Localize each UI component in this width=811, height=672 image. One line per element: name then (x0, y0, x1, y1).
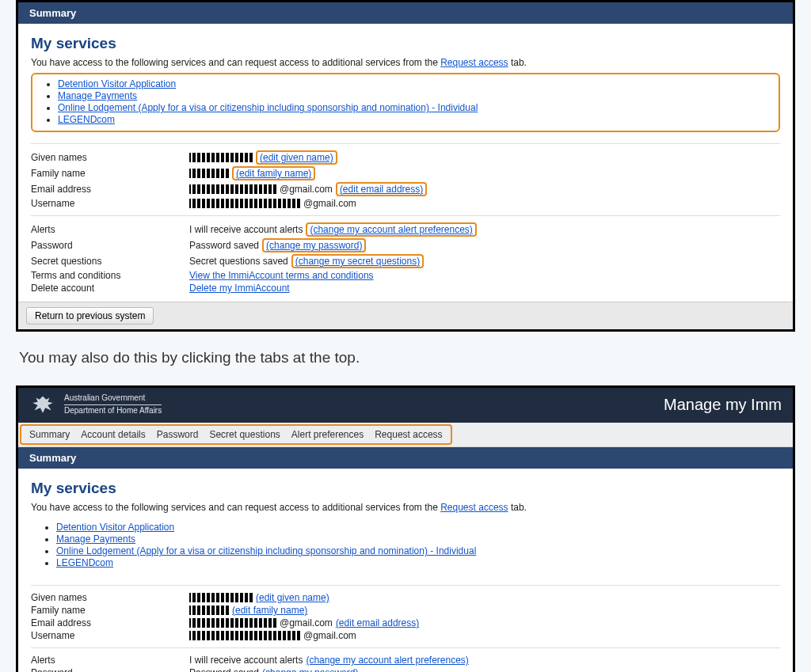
password-label: Password (31, 240, 189, 251)
given-names-label-2: Given names (31, 592, 189, 603)
family-name-redacted-2 (189, 606, 229, 615)
password-label-2: Password (31, 667, 189, 672)
family-name-label: Family name (31, 168, 189, 179)
service-link-legendcom[interactable]: LEGENDcom (58, 114, 115, 125)
username-label-2: Username (31, 630, 189, 641)
alerts-link-2[interactable]: (change my account alert preferences) (306, 655, 468, 666)
tab-request-access[interactable]: Request access (375, 429, 442, 440)
tab-alert-preferences[interactable]: Alert preferences (291, 429, 364, 440)
services-highlight-box: Detention Visitor Application Manage Pay… (31, 73, 780, 132)
email-redacted (189, 184, 276, 194)
summary-header: Summary (18, 2, 793, 24)
my-services-heading-2: My services (31, 480, 780, 497)
password-link-2[interactable]: (change my password) (262, 667, 358, 672)
edit-email-highlight: (edit email address) (336, 182, 427, 196)
username-suffix-2: @gmail.com (303, 630, 356, 641)
email-redacted-2 (189, 618, 276, 628)
request-access-link-2[interactable]: Request access (440, 502, 508, 513)
alerts-highlight: (change my account alert preferences) (306, 222, 476, 237)
service-link-payments[interactable]: Manage Payments (58, 90, 137, 101)
edit-email-link[interactable]: (edit email address) (340, 184, 423, 195)
given-names-redacted (189, 153, 253, 162)
service-link-detention[interactable]: Detention Visitor Application (58, 78, 176, 89)
alerts-label: Alerts (31, 224, 189, 235)
edit-family-name-link-2[interactable]: (edit family name) (232, 605, 307, 616)
tab-secret-questions[interactable]: Secret questions (209, 429, 280, 440)
terms-link[interactable]: View the ImmiAccount terms and condition… (189, 270, 374, 281)
service-link-detention-2[interactable]: Detention Visitor Application (56, 522, 174, 533)
edit-given-name-link[interactable]: (edit given name) (260, 152, 333, 163)
intro-prefix: You have access to the following service… (31, 57, 440, 68)
delete-link[interactable]: Delete my ImmiAccount (189, 283, 290, 294)
service-link-legendcom-2[interactable]: LEGENDcom (56, 557, 113, 568)
my-services-heading: My services (31, 35, 780, 52)
delete-label: Delete account (31, 283, 189, 294)
summary-header-2: Summary (18, 447, 793, 469)
tabs-highlight: Summary Account details Password Secret … (20, 424, 452, 445)
password-text: Password saved (189, 240, 259, 251)
username-redacted (189, 199, 300, 208)
button-bar: Return to previous system (18, 302, 793, 329)
service-link-online-lodgement-2[interactable]: Online Lodgement (Apply for a visa or ci… (56, 545, 476, 556)
edit-email-link-2[interactable]: (edit email address) (336, 617, 419, 628)
tab-account-details[interactable]: Account details (81, 429, 145, 440)
secret-link[interactable]: (change my secret questions) (295, 256, 420, 267)
username-redacted-2 (189, 631, 300, 640)
screenshot-2: Australian Government Department of Home… (16, 385, 795, 672)
edit-given-name-highlight: (edit given name) (256, 150, 337, 165)
intro-suffix-2: tab. (508, 502, 527, 513)
secret-text: Secret questions saved (189, 256, 288, 267)
manage-title: Manage my Imm (664, 396, 782, 414)
alerts-label-2: Alerts (31, 655, 189, 666)
password-link[interactable]: (change my password) (266, 240, 362, 251)
tabs-row: Summary Account details Password Secret … (18, 423, 793, 447)
given-names-label: Given names (31, 152, 189, 163)
alerts-link[interactable]: (change my account alert preferences) (310, 224, 472, 235)
intro-line: You have access to the following service… (31, 57, 780, 68)
service-link-online-lodgement[interactable]: Online Lodgement (Apply for a visa or ci… (58, 102, 478, 113)
username-suffix: @gmail.com (303, 198, 356, 209)
services-list-2: Detention Visitor Application Manage Pay… (36, 522, 775, 568)
password-highlight: (change my password) (262, 238, 366, 252)
tab-summary[interactable]: Summary (29, 429, 70, 440)
secret-label: Secret questions (31, 256, 189, 267)
intro-line-2: You have access to the following service… (31, 502, 780, 513)
family-name-redacted (189, 169, 229, 178)
crest-icon (29, 393, 56, 416)
gov-line2: Department of Home Affairs (64, 404, 162, 416)
edit-given-name-link-2[interactable]: (edit given name) (256, 592, 329, 603)
email-label-2: Email address (31, 617, 189, 628)
tab-password[interactable]: Password (157, 429, 199, 440)
request-access-link[interactable]: Request access (440, 57, 508, 68)
edit-family-name-highlight: (edit family name) (232, 166, 315, 180)
gov-line1: Australian Government (64, 393, 162, 403)
intro-suffix: tab. (508, 57, 527, 68)
services-box-2: Detention Visitor Application Manage Pay… (31, 518, 780, 574)
edit-family-name-link[interactable]: (edit family name) (236, 168, 311, 179)
family-name-label-2: Family name (31, 605, 189, 616)
gov-header: Australian Government Department of Home… (18, 388, 793, 423)
email-label: Email address (31, 184, 189, 195)
intro-prefix-2: You have access to the following service… (31, 502, 440, 513)
email-suffix-2: @gmail.com (280, 617, 333, 628)
return-button[interactable]: Return to previous system (26, 307, 154, 325)
screenshot-1: Summary My services You have access to t… (16, 0, 795, 332)
given-names-redacted-2 (189, 593, 253, 602)
email-suffix: @gmail.com (280, 184, 333, 195)
password-text-2: Password saved (189, 667, 259, 672)
caption-text: You may also do this by clicking the tab… (19, 349, 792, 366)
terms-label: Terms and conditions (31, 270, 189, 281)
services-list: Detention Visitor Application Manage Pay… (37, 78, 774, 125)
secret-highlight: (change my secret questions) (291, 254, 424, 268)
alerts-text-2: I will receive account alerts (189, 655, 303, 666)
service-link-payments-2[interactable]: Manage Payments (56, 533, 135, 545)
username-label: Username (31, 198, 189, 209)
alerts-text: I will receive account alerts (189, 224, 303, 235)
